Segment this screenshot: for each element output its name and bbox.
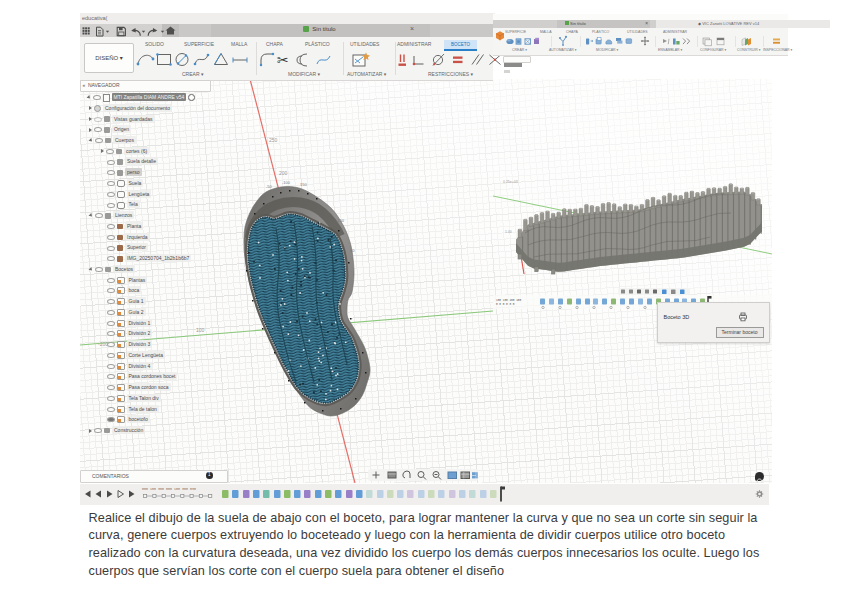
svg-text:-150: -150 [336,218,345,223]
svg-text:000 100 300 000 100 300 030: 000 100 300 000 100 300 030 [142,487,196,490]
svg-text:-50: -50 [266,184,273,189]
svg-text:50: 50 [350,248,355,253]
svg-text:✂: ✂ [277,52,289,68]
svg-text:-100: -100 [282,180,291,185]
svg-text:150: 150 [300,182,307,187]
svg-text:0 0 0 0 0 0: 0 0 0 0 0 0 [496,302,515,305]
